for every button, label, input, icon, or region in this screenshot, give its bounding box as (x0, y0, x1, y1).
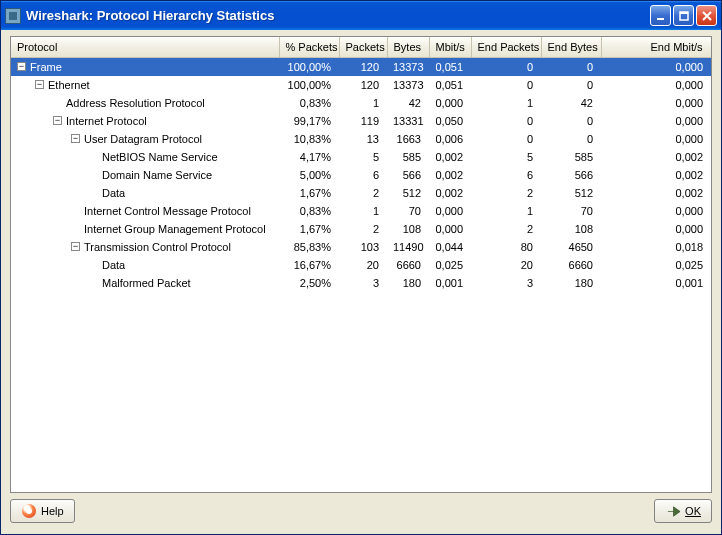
window-title: Wireshark: Protocol Hierarchy Statistics (26, 8, 650, 23)
cell-bytes: 180 (387, 274, 429, 292)
cell-endm: 0,000 (601, 202, 711, 220)
cell-endp: 0 (471, 112, 541, 130)
cell-pct: 4,17% (279, 148, 339, 166)
protocol-label: Ethernet (48, 79, 90, 91)
cell-packets: 20 (339, 256, 387, 274)
cell-endm: 0,002 (601, 184, 711, 202)
cell-pct: 100,00% (279, 76, 339, 94)
cell-endm: 0,000 (601, 112, 711, 130)
table-row[interactable]: Internet Control Message Protocol0,83%17… (11, 202, 711, 220)
column-header[interactable]: Mbit/s (429, 37, 471, 57)
table-row[interactable]: Data1,67%25120,00225120,002 (11, 184, 711, 202)
cell-packets: 120 (339, 57, 387, 76)
tree-toggle-icon[interactable]: − (53, 116, 62, 125)
protocol-label: Data (102, 259, 125, 271)
table-row[interactable]: Data16,67%2066600,0252066600,025 (11, 256, 711, 274)
cell-endb: 180 (541, 274, 601, 292)
cell-packets: 1 (339, 94, 387, 112)
cell-mbit: 0,051 (429, 76, 471, 94)
cell-mbit: 0,051 (429, 57, 471, 76)
protocol-label: Frame (30, 61, 62, 73)
cell-mbit: 0,050 (429, 112, 471, 130)
cell-packets: 6 (339, 166, 387, 184)
column-header[interactable]: End Bytes (541, 37, 601, 57)
cell-endb: 42 (541, 94, 601, 112)
svg-rect-0 (657, 18, 664, 20)
table-row[interactable]: −Ethernet100,00%120133730,051000,000 (11, 76, 711, 94)
cell-endm: 0,000 (601, 220, 711, 238)
app-window: Wireshark: Protocol Hierarchy Statistics… (0, 0, 722, 535)
table-row[interactable]: NetBIOS Name Service4,17%55850,00255850,… (11, 148, 711, 166)
cell-endb: 108 (541, 220, 601, 238)
cell-endm: 0,025 (601, 256, 711, 274)
cell-bytes: 70 (387, 202, 429, 220)
cell-packets: 120 (339, 76, 387, 94)
column-header[interactable]: End Packets (471, 37, 541, 57)
cell-endb: 585 (541, 148, 601, 166)
cell-mbit: 0,006 (429, 130, 471, 148)
protocol-label: NetBIOS Name Service (102, 151, 218, 163)
ok-button-label: OK (685, 505, 701, 517)
protocol-label: Internet Protocol (66, 115, 147, 127)
help-button[interactable]: Help (10, 499, 75, 523)
cell-endm: 0,002 (601, 166, 711, 184)
close-button[interactable] (696, 5, 717, 26)
cell-pct: 2,50% (279, 274, 339, 292)
protocol-label: Data (102, 187, 125, 199)
cell-pct: 0,83% (279, 202, 339, 220)
column-header[interactable]: Bytes (387, 37, 429, 57)
cell-endb: 0 (541, 130, 601, 148)
cell-packets: 5 (339, 148, 387, 166)
table-row[interactable]: Malformed Packet2,50%31800,00131800,001 (11, 274, 711, 292)
protocol-label: Internet Group Management Protocol (84, 223, 266, 235)
cell-pct: 100,00% (279, 57, 339, 76)
column-header[interactable]: Protocol (11, 37, 279, 57)
protocol-label: User Datagram Protocol (84, 133, 202, 145)
table-row[interactable]: −Transmission Control Protocol85,83%1031… (11, 238, 711, 256)
table-row[interactable]: −User Datagram Protocol10,83%1316630,006… (11, 130, 711, 148)
table-row[interactable]: −Frame100,00%120133730,051000,000 (11, 57, 711, 76)
cell-endp: 2 (471, 220, 541, 238)
titlebar[interactable]: Wireshark: Protocol Hierarchy Statistics (1, 1, 721, 30)
tree-toggle-icon[interactable]: − (71, 242, 80, 251)
cell-bytes: 1663 (387, 130, 429, 148)
cell-pct: 85,83% (279, 238, 339, 256)
column-header[interactable]: Packets (339, 37, 387, 57)
cell-bytes: 6660 (387, 256, 429, 274)
protocol-label: Address Resolution Protocol (66, 97, 205, 109)
cell-packets: 103 (339, 238, 387, 256)
cell-endm: 0,001 (601, 274, 711, 292)
cell-endb: 6660 (541, 256, 601, 274)
table-row[interactable]: Internet Group Management Protocol1,67%2… (11, 220, 711, 238)
tree-toggle-icon[interactable]: − (17, 62, 26, 71)
cell-endb: 4650 (541, 238, 601, 256)
column-header[interactable]: % Packets (279, 37, 339, 57)
tree-toggle-icon[interactable]: − (71, 134, 80, 143)
cell-endb: 566 (541, 166, 601, 184)
cell-endm: 0,000 (601, 76, 711, 94)
cell-endp: 0 (471, 76, 541, 94)
cell-mbit: 0,025 (429, 256, 471, 274)
cell-endb: 0 (541, 112, 601, 130)
cell-endp: 5 (471, 148, 541, 166)
svg-rect-2 (680, 12, 688, 14)
table-header-row[interactable]: Protocol% PacketsPacketsBytesMbit/sEnd P… (11, 37, 711, 57)
cell-pct: 5,00% (279, 166, 339, 184)
minimize-button[interactable] (650, 5, 671, 26)
table-row[interactable]: Address Resolution Protocol0,83%1420,000… (11, 94, 711, 112)
app-icon (5, 8, 21, 24)
maximize-button[interactable] (673, 5, 694, 26)
stats-table[interactable]: Protocol% PacketsPacketsBytesMbit/sEnd P… (11, 37, 712, 292)
cell-mbit: 0,044 (429, 238, 471, 256)
cell-bytes: 512 (387, 184, 429, 202)
cell-bytes: 108 (387, 220, 429, 238)
ok-button[interactable]: OK (654, 499, 712, 523)
table-row[interactable]: Domain Name Service5,00%65660,00265660,0… (11, 166, 711, 184)
tree-toggle-icon[interactable]: − (35, 80, 44, 89)
cell-mbit: 0,001 (429, 274, 471, 292)
cell-bytes: 13331 (387, 112, 429, 130)
cell-bytes: 42 (387, 94, 429, 112)
column-header[interactable]: End Mbit/s (601, 37, 711, 57)
table-row[interactable]: −Internet Protocol99,17%119133310,050000… (11, 112, 711, 130)
cell-bytes: 585 (387, 148, 429, 166)
